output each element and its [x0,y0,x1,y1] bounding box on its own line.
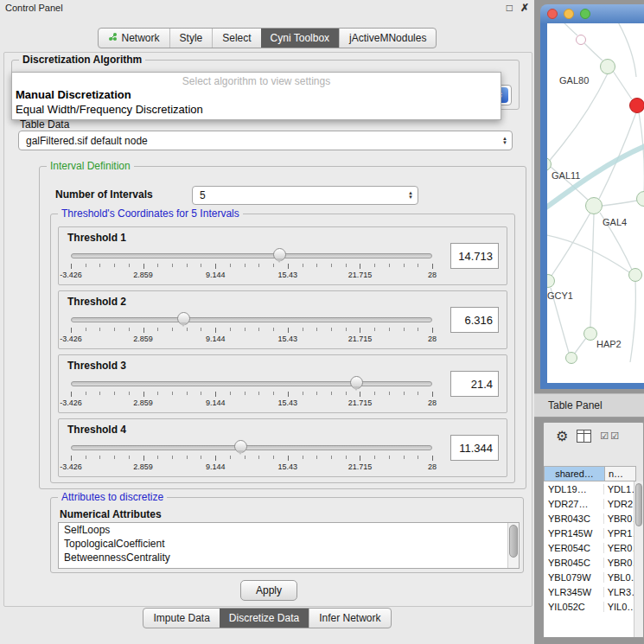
tab-cyni-toolbox[interactable]: Cyni Toolbox [261,29,339,48]
tab-select[interactable]: Select [212,29,260,48]
attributes-list[interactable]: SelfLoopsTopologicalCoefficientBetweenne… [58,522,520,569]
threshold-value-field[interactable]: 11.344 [450,435,499,461]
tick-mark [404,264,405,267]
tick-mark [273,264,274,267]
column-header-shared[interactable]: shared… [544,466,605,481]
tick-mark [99,456,100,459]
zoom-traffic-light-icon[interactable] [580,9,590,19]
table-row[interactable]: YBR045CYBR0… [544,555,634,570]
combo-stepper-icon[interactable]: ▲ ▼ [408,191,413,200]
attribute-list-item[interactable]: BetweennessCentrality [59,551,519,564]
attributes-list-scrollbar[interactable] [507,523,519,568]
threshold-value-field[interactable]: 14.713 [450,243,499,269]
top-tab-group: Network Style Select Cyni Toolbox jActiv… [98,28,437,48]
float-window-icon[interactable]: □ [507,2,513,14]
number-of-intervals-select[interactable]: 5 ▲ ▼ [192,186,418,205]
cyni-toolbox-panel: Discretization Algorithm ▲ ▼ Select algo… [3,52,532,607]
node-label-hap2: HAP2 [596,339,622,349]
table-cell-n: YLR3… [604,587,634,597]
tab-style[interactable]: Style [169,29,213,48]
table-row[interactable]: YPR145WYPR1… [544,526,634,540]
attribute-list-item[interactable]: SelfLoops [59,523,519,537]
tab-impute-data[interactable]: Impute Data [143,609,219,628]
attribute-list-item[interactable]: TopologicalCoefficient [59,537,519,551]
tab-jactivemnodules[interactable]: jActiveMNodules [339,29,436,48]
close-icon[interactable]: ✗ [520,2,529,14]
scrollbar-thumb[interactable] [509,525,518,558]
tick-mark [331,456,332,459]
tab-select-label: Select [222,32,251,44]
table-row[interactable]: YDL19…YDL1… [544,481,634,496]
tick-mark [360,328,360,333]
attributes-group-title: Attributes to discretize [58,491,167,503]
tick-mark [288,264,289,269]
numerical-attributes-label: Numerical Attributes [60,508,162,520]
table-row[interactable]: YER054CYER0… [544,540,634,555]
tick-mark [273,328,274,331]
threshold-slider[interactable]: -3.4262.8599.14415.4321.71528 [71,310,432,345]
columns-icon[interactable] [577,430,591,443]
tick-mark [331,328,332,331]
combo-stepper-icon[interactable]: ▲ ▼ [502,137,507,145]
network-node-selected[interactable] [629,98,644,113]
tab-infer-network[interactable]: Infer Network [309,609,390,628]
down-arrow-icon: ▼ [502,141,507,145]
network-node[interactable] [576,35,586,45]
tab-discretize-data-label: Discretize Data [229,612,299,624]
tick-label: 15.43 [278,335,298,343]
table-cell-n: YBR0… [604,558,634,568]
tick-mark [404,328,405,331]
slider-track [71,317,432,322]
thresholds-group-title: Threshold's Coordinates for 5 Intervals [58,207,243,220]
tick-label: 2.859 [133,399,153,407]
threshold-box: Threshold 1-3.4262.8599.14415.4321.71528… [58,226,507,285]
threshold-value-field[interactable]: 6.316 [450,307,499,333]
tick-label: 9.144 [206,399,226,407]
close-traffic-light-icon[interactable] [547,9,558,19]
slider-thumb[interactable] [177,312,190,325]
tick-mark [172,392,173,395]
tick-mark [143,328,144,333]
tick-mark [316,392,317,395]
number-of-intervals-value: 5 [200,189,206,201]
tick-mark [143,264,144,269]
minimize-traffic-light-icon[interactable] [564,9,574,19]
column-header-n[interactable]: n… [605,466,636,481]
threshold-slider[interactable]: -3.4262.8599.14415.4321.71528 [71,438,432,473]
tick-mark [230,264,231,267]
threshold-slider[interactable]: -3.4262.8599.14415.4321.71528 [71,374,432,409]
tab-discretize-data[interactable]: Discretize Data [220,609,309,628]
network-node-hap2[interactable] [583,327,597,341]
apply-button[interactable]: Apply [240,580,297,601]
threshold-slider[interactable]: -3.4262.8599.14415.4321.71528 [71,246,432,281]
network-node[interactable] [628,268,642,282]
tab-infer-network-label: Infer Network [319,612,380,624]
gear-icon[interactable]: ⚙ [556,428,568,444]
table-cell-shared: YER054C [544,543,604,553]
network-node-gal4[interactable] [585,197,603,214]
tick-label: 2.859 [133,335,153,343]
threshold-value-field[interactable]: 21.4 [450,371,499,397]
table-row[interactable]: YDR27…YDR2… [544,496,634,511]
slider-thumb[interactable] [350,376,363,389]
slider-thumb[interactable] [273,248,286,261]
network-node[interactable] [565,352,577,364]
threshold-label: Threshold 2 [67,296,126,308]
table-row[interactable]: YIL052CYIL0… [544,599,634,614]
network-view[interactable]: GAL80 GAL11 GAL4 GCY1 HAP2 [547,23,644,383]
dropdown-option-manual-discretization[interactable]: Manual Discretization [16,88,131,101]
table-scrollbar[interactable] [634,481,643,637]
table-row[interactable]: YBL079WYBL0… [544,570,634,584]
dropdown-option-equal-width-frequency[interactable]: Equal Width/Frequency Discretization [16,103,203,116]
table-row[interactable]: YLR345WYLR3… [544,584,634,599]
scrollbar-thumb[interactable] [635,483,642,526]
table-data-select[interactable]: galFiltered.sif default node ▲ ▼ [18,131,513,150]
checkbox-icons[interactable]: ☑☑ [600,430,621,442]
tick-label: -3.426 [60,271,82,279]
tab-network[interactable]: Network [99,29,169,48]
network-window-titlebar[interactable] [540,4,644,23]
table-row[interactable]: YBR043CYBR0… [544,511,634,526]
network-node-gal80[interactable] [600,59,615,74]
bottom-tab-bar: Impute Data Discretize Data Infer Networ… [0,608,534,628]
slider-thumb[interactable] [234,440,247,453]
